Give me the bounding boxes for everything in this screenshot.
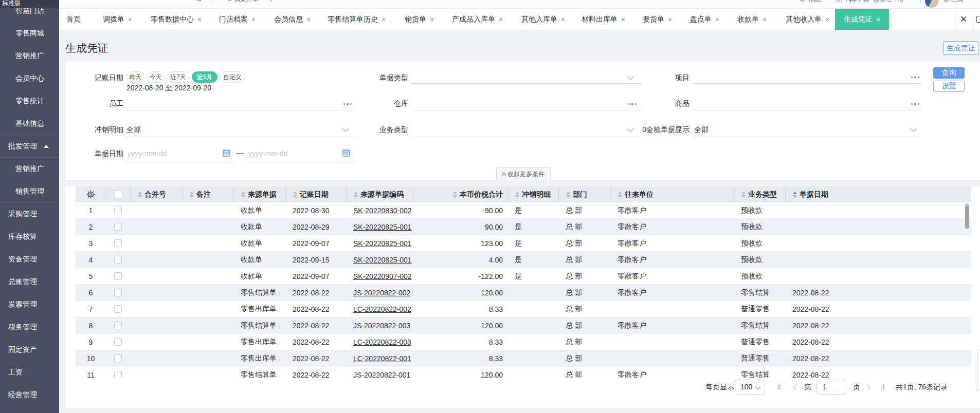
doc-date-start-input[interactable]: yyyy-mm-dd xyxy=(128,148,167,159)
close-tab-icon[interactable]: × xyxy=(825,16,829,23)
new-order-button[interactable]: ⊕ 我要开单 xyxy=(227,0,259,3)
date-preset-自定义[interactable]: 自定义 xyxy=(220,71,245,83)
calendar-icon[interactable] xyxy=(223,149,230,157)
date-preset-近7天[interactable]: 近7天 xyxy=(167,71,190,83)
sidebar-item-基础信息[interactable]: 基础信息 xyxy=(0,112,59,135)
source-doc-link[interactable]: SK-20220825-001 xyxy=(353,256,412,264)
goods-input[interactable] xyxy=(693,110,920,110)
source-doc-link[interactable]: JS-20220822-002 xyxy=(353,289,410,297)
sidebar-item-零售商城[interactable]: 零售商城 xyxy=(0,22,59,45)
goods-lookup-icon[interactable] xyxy=(911,103,919,105)
row-checkbox[interactable] xyxy=(114,322,122,329)
row-checkbox[interactable] xyxy=(114,256,122,264)
sidebar-item-批发管理[interactable]: 批发管理 xyxy=(0,135,59,158)
row-checkbox[interactable] xyxy=(114,371,122,378)
admin-icon[interactable]: ◎ xyxy=(874,0,879,3)
link-icon[interactable]: ∞ xyxy=(197,0,202,3)
tab-生成凭证[interactable]: 生成凭证× xyxy=(835,9,889,30)
date-preset-昨天[interactable]: 昨天 xyxy=(126,71,144,83)
tab-收款单[interactable]: 收款单× xyxy=(737,9,767,30)
row-checkbox[interactable] xyxy=(114,354,122,362)
source-doc-link[interactable]: JS-20220822-003 xyxy=(353,322,410,330)
close-tab-icon[interactable]: × xyxy=(561,16,565,23)
sidebar-item-营销推广[interactable]: 营销推广 xyxy=(0,45,59,67)
user-name[interactable]: 管理员 xyxy=(943,0,963,3)
tab-会员信息[interactable]: 会员信息× xyxy=(274,9,311,30)
select-all-checkbox[interactable] xyxy=(115,191,122,198)
business-type-select[interactable] xyxy=(411,137,641,137)
sort-arrows-icon[interactable] xyxy=(354,192,358,198)
sidebar-item-经营管理[interactable]: 经营管理 xyxy=(0,384,59,406)
source-doc-link[interactable]: LC-20220822-001 xyxy=(353,354,411,363)
column-header-source_doc[interactable]: 来源单据 xyxy=(233,186,285,202)
first-page-button[interactable] xyxy=(776,380,786,395)
close-tab-icon[interactable]: × xyxy=(306,16,311,23)
source-doc-link[interactable]: SK-20220825-001 xyxy=(353,223,412,231)
chevron-down-icon[interactable] xyxy=(910,125,917,132)
close-tab-icon[interactable]: × xyxy=(251,16,256,23)
sort-arrows-icon[interactable] xyxy=(515,192,519,198)
column-header-source_doc_no[interactable]: 来源单据编码 xyxy=(346,186,412,202)
close-tab-icon[interactable]: × xyxy=(499,16,503,23)
source-doc-link[interactable]: LC-20220822-002 xyxy=(353,305,411,313)
tab-调拨单[interactable]: 调拨单× xyxy=(103,9,132,30)
writeoff-detail-select[interactable] xyxy=(126,137,355,137)
row-checkbox[interactable] xyxy=(114,338,122,346)
sort-arrows-icon[interactable] xyxy=(453,192,457,198)
column-header-doc_date[interactable]: 单据日期 xyxy=(785,186,971,202)
row-checkbox[interactable] xyxy=(114,289,122,296)
sort-arrows-icon[interactable] xyxy=(293,192,297,198)
add-icon[interactable]: + xyxy=(269,0,273,3)
warehouse-input[interactable] xyxy=(411,110,641,110)
message-bubble-icon[interactable]: 🗨 xyxy=(799,0,805,3)
last-page-button[interactable] xyxy=(877,380,886,395)
page-number-input[interactable]: 1 xyxy=(816,380,846,395)
column-header-writeoff[interactable]: 冲销明细 xyxy=(507,186,558,202)
column-header-remark[interactable]: 备注 xyxy=(182,186,233,202)
fullscreen-icon[interactable] xyxy=(976,16,980,23)
app-download-button[interactable]: App下载 xyxy=(846,0,869,3)
close-all-tabs-button[interactable]: ✕ xyxy=(956,9,971,30)
source-doc-link[interactable]: JS-20220822-001 xyxy=(353,371,410,378)
sidebar-item-发票管理[interactable]: 发票管理 xyxy=(0,293,59,316)
source-doc-link[interactable]: SK-20220830-002 xyxy=(353,206,412,215)
employee-input[interactable] xyxy=(126,110,355,110)
global-search-input[interactable] xyxy=(65,6,191,6)
row-checkbox[interactable] xyxy=(114,206,122,214)
project-lookup-icon[interactable] xyxy=(911,77,919,78)
tab-门店档案[interactable]: 门店档案× xyxy=(219,9,256,30)
close-tab-icon[interactable]: × xyxy=(715,16,719,23)
tab-材料出库单[interactable]: 材料出库单× xyxy=(582,9,625,30)
column-header-department[interactable]: 部门 xyxy=(558,186,610,202)
sort-arrows-icon[interactable] xyxy=(741,192,746,198)
messages-button[interactable]: 消息 xyxy=(809,0,821,3)
tab-销货单[interactable]: 销货单× xyxy=(405,9,434,30)
source-doc-link[interactable]: SK-20220825-001 xyxy=(353,239,412,248)
sidebar-item-固定资产[interactable]: 固定资产 xyxy=(0,339,59,361)
tab-要货单[interactable]: 要货单× xyxy=(643,9,672,30)
source-doc-link[interactable]: SK-20220907-002 xyxy=(353,272,412,280)
close-tab-icon[interactable]: × xyxy=(197,16,202,23)
page-size-select[interactable]: 100 xyxy=(735,380,765,395)
column-header-partner[interactable]: 往来单位 xyxy=(610,186,734,202)
sort-arrows-icon[interactable] xyxy=(138,192,142,198)
sidebar-item-税务管理[interactable]: 税务管理 xyxy=(0,316,59,339)
sidebar-item-会员中心[interactable]: 会员中心 xyxy=(0,67,59,90)
close-tab-icon[interactable]: × xyxy=(621,16,625,23)
tab-盘点单[interactable]: 盘点单× xyxy=(690,9,719,30)
doc-date-end-input[interactable]: yyyy-mm-dd xyxy=(248,148,287,159)
column-header-settings[interactable] xyxy=(76,186,106,202)
writeoff-detail-value[interactable]: 全部 xyxy=(126,124,141,135)
generate-voucher-button[interactable]: 生成凭证 xyxy=(943,41,978,55)
sort-arrows-icon[interactable] xyxy=(793,192,797,198)
row-checkbox[interactable] xyxy=(114,305,122,313)
row-checkbox[interactable] xyxy=(114,272,122,280)
prev-page-button[interactable] xyxy=(791,380,801,395)
gear-icon[interactable] xyxy=(86,190,95,199)
tab-其他入库单[interactable]: 其他入库单× xyxy=(521,9,565,30)
close-tab-icon[interactable]: × xyxy=(763,16,767,23)
query-button[interactable]: 查询 xyxy=(933,67,965,79)
close-tab-icon[interactable]: × xyxy=(430,16,434,23)
tab-零售结算单历史[interactable]: 零售结算单历史× xyxy=(328,9,386,30)
zero-amount-value[interactable]: 全部 xyxy=(694,124,709,135)
